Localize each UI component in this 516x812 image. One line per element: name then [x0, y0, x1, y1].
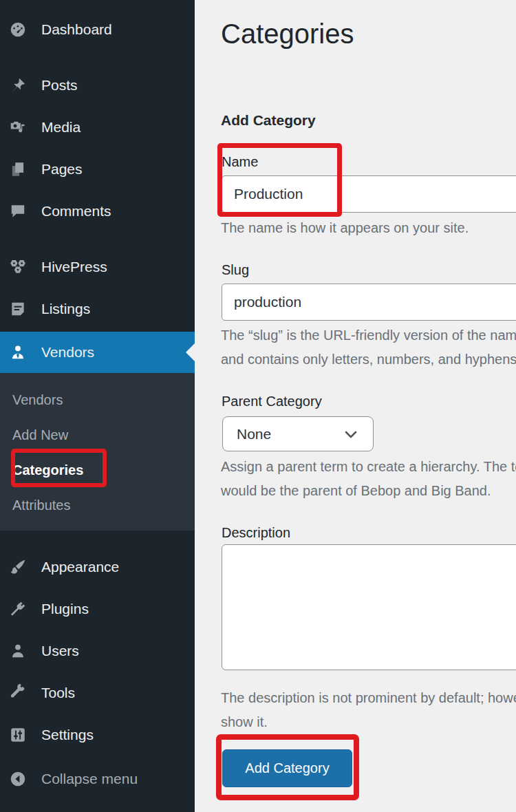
sidebar-item-listings[interactable]: Listings — [0, 288, 195, 330]
sidebar-item-label: Users — [41, 643, 79, 659]
parent-category-label: Parent Category — [222, 394, 322, 409]
pages-icon — [9, 160, 27, 178]
sidebar-item-label: Listings — [41, 301, 90, 317]
sidebar-item-label: Appearance — [41, 559, 119, 575]
admin-sidebar: Dashboard Posts Media Pages Comments Hiv… — [0, 0, 195, 812]
sidebar-item-label: Settings — [41, 727, 94, 743]
user-icon — [9, 642, 27, 660]
chevron-down-icon — [343, 426, 359, 442]
collapse-menu-label: Collapse menu — [41, 771, 138, 787]
submenu-item-label: Add New — [12, 427, 68, 443]
sidebar-item-label: Posts — [41, 77, 78, 94]
description-textarea[interactable] — [222, 544, 516, 670]
slug-input[interactable] — [222, 284, 516, 321]
sidebar-item-settings[interactable]: Settings — [0, 714, 195, 756]
vendors-submenu: Vendors Add New Categories Attributes — [0, 373, 195, 531]
description-help-line2: show it. — [221, 714, 268, 730]
dashboard-icon — [9, 21, 27, 39]
submenu-item-add-new[interactable]: Add New — [0, 418, 195, 453]
slug-label: Slug — [222, 262, 249, 278]
slug-help-line1: The “slug” is the URL-friendly version o… — [221, 328, 516, 343]
submenu-item-attributes[interactable]: Attributes — [0, 488, 195, 523]
parent-category-value: None — [237, 426, 271, 442]
page-title: Categories — [221, 19, 354, 50]
comment-icon — [9, 202, 27, 220]
sidebar-item-comments[interactable]: Comments — [0, 190, 195, 232]
sidebar-item-vendors[interactable]: Vendors — [0, 332, 195, 373]
sidebar-item-label: Comments — [41, 203, 111, 220]
name-input[interactable] — [222, 175, 516, 213]
sidebar-item-hivepress[interactable]: HivePress — [0, 246, 195, 288]
listings-icon — [9, 300, 27, 318]
sliders-icon — [9, 726, 27, 744]
collapse-arrow-icon — [9, 770, 27, 788]
submenu-item-label: Categories — [12, 462, 83, 478]
sidebar-item-media[interactable]: Media — [0, 106, 195, 148]
name-label: Name — [222, 154, 258, 170]
parent-help-line1: Assign a parent term to create a hierarc… — [221, 459, 516, 475]
sidebar-item-label: Vendors — [41, 344, 94, 361]
brush-icon — [9, 558, 27, 576]
sidebar-item-appearance[interactable]: Appearance — [0, 546, 195, 588]
parent-help-line2: would be the parent of Bebop and Big Ban… — [221, 483, 491, 499]
add-category-heading: Add Category — [221, 112, 316, 129]
sidebar-item-label: Tools — [41, 685, 75, 701]
name-help-text: The name is how it appears on your site. — [221, 220, 469, 236]
collapse-menu-button[interactable]: Collapse menu — [0, 758, 195, 800]
sidebar-item-label: Plugins — [41, 601, 89, 617]
wrench-icon — [9, 684, 27, 702]
sidebar-item-dashboard[interactable]: Dashboard — [0, 8, 195, 50]
hivepress-icon — [9, 258, 27, 276]
media-icon — [9, 118, 27, 136]
sidebar-item-label: Pages — [41, 161, 83, 178]
slug-help-line2: and contains only letters, numbers, and … — [221, 352, 516, 367]
sidebar-item-label: Media — [41, 119, 80, 136]
sidebar-item-plugins[interactable]: Plugins — [0, 588, 195, 630]
sidebar-item-users[interactable]: Users — [0, 630, 195, 672]
add-category-button[interactable]: Add Category — [222, 749, 352, 787]
submenu-item-label: Attributes — [12, 498, 70, 513]
sidebar-item-tools[interactable]: Tools — [0, 672, 195, 714]
sidebar-item-label: Dashboard — [41, 21, 112, 38]
parent-category-select[interactable]: None — [222, 416, 374, 451]
sidebar-item-pages[interactable]: Pages — [0, 148, 195, 190]
plugin-icon — [9, 600, 27, 618]
submenu-item-label: Vendors — [12, 392, 63, 408]
submenu-item-categories[interactable]: Categories — [0, 453, 195, 488]
pushpin-icon — [9, 76, 27, 94]
sidebar-item-label: HivePress — [41, 259, 107, 275]
description-label: Description — [222, 525, 290, 541]
sidebar-item-posts[interactable]: Posts — [0, 64, 195, 106]
submenu-item-vendors[interactable]: Vendors — [0, 383, 195, 418]
content-area: Categories Add Category Name The name is… — [195, 0, 516, 812]
vendor-icon — [9, 343, 27, 361]
description-help-line1: The description is not prominent by defa… — [221, 690, 516, 706]
